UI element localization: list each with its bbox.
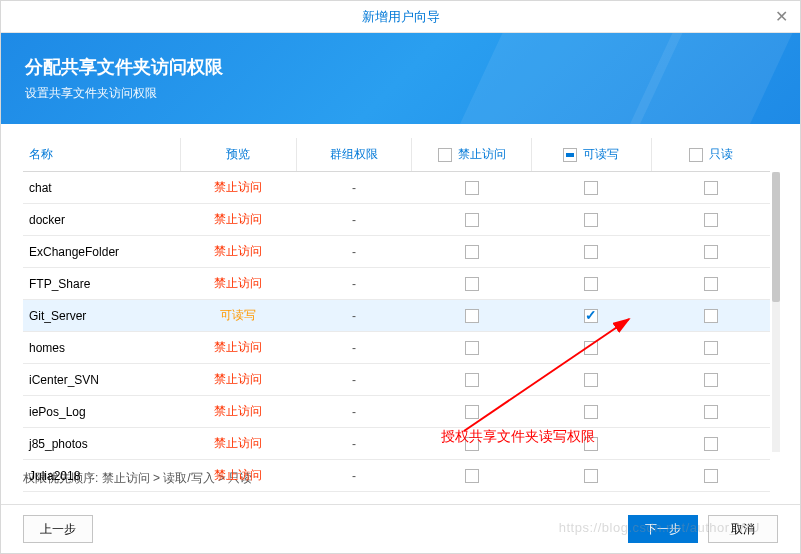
- col-rw-label: 可读写: [583, 147, 619, 161]
- ro-checkbox[interactable]: [704, 245, 718, 259]
- cell-name: j85_photos: [23, 428, 180, 460]
- rw-checkbox[interactable]: [584, 213, 598, 227]
- cell-preview: 可读写: [180, 300, 296, 332]
- ro-checkbox[interactable]: [704, 277, 718, 291]
- deny-checkbox[interactable]: [465, 309, 479, 323]
- cell-name: FTP_Share: [23, 268, 180, 300]
- deny-checkbox[interactable]: [465, 469, 479, 483]
- ro-checkbox[interactable]: [704, 341, 718, 355]
- title-bar: 新增用户向导 ✕: [1, 1, 800, 33]
- deny-checkbox[interactable]: [465, 405, 479, 419]
- title-text: 新增用户向导: [362, 8, 440, 26]
- cell-preview: 禁止访问: [180, 268, 296, 300]
- deny-checkbox[interactable]: [465, 245, 479, 259]
- rw-header-checkbox[interactable]: [563, 148, 577, 162]
- cell-group: -: [296, 236, 411, 268]
- table-row[interactable]: iePos_Log禁止访问-: [23, 396, 770, 428]
- deny-checkbox[interactable]: [465, 437, 479, 451]
- rw-checkbox[interactable]: [584, 405, 598, 419]
- wizard-modal: 新增用户向导 ✕ 分配共享文件夹访问权限 设置共享文件夹访问权限 名称 预览 群…: [0, 0, 801, 554]
- table-row[interactable]: ExChangeFolder禁止访问-: [23, 236, 770, 268]
- deny-checkbox[interactable]: [465, 341, 479, 355]
- rw-checkbox[interactable]: [584, 309, 598, 323]
- col-rw[interactable]: 可读写: [532, 138, 651, 172]
- col-ro-label: 只读: [709, 147, 733, 161]
- cancel-button[interactable]: 取消: [708, 515, 778, 543]
- banner-sub: 设置共享文件夹访问权限: [25, 85, 776, 102]
- deny-header-checkbox[interactable]: [438, 148, 452, 162]
- cell-name: iCenter_SVN: [23, 364, 180, 396]
- table-row[interactable]: chat禁止访问-: [23, 172, 770, 204]
- cell-name: iePos_Log: [23, 396, 180, 428]
- rw-checkbox[interactable]: [584, 181, 598, 195]
- cell-preview: 禁止访问: [180, 332, 296, 364]
- table-row[interactable]: homes禁止访问-: [23, 332, 770, 364]
- cell-name: ExChangeFolder: [23, 236, 180, 268]
- cell-preview: 禁止访问: [180, 428, 296, 460]
- ro-checkbox[interactable]: [704, 405, 718, 419]
- rw-checkbox[interactable]: [584, 373, 598, 387]
- scrollbar-thumb[interactable]: [772, 172, 780, 302]
- ro-checkbox[interactable]: [704, 181, 718, 195]
- cell-group: -: [296, 172, 411, 204]
- cell-group: -: [296, 268, 411, 300]
- banner-heading: 分配共享文件夹访问权限: [25, 55, 776, 79]
- cell-name: homes: [23, 332, 180, 364]
- cell-group: -: [296, 204, 411, 236]
- ro-checkbox[interactable]: [704, 373, 718, 387]
- rw-checkbox[interactable]: [584, 245, 598, 259]
- ro-checkbox[interactable]: [704, 469, 718, 483]
- table-row[interactable]: Julia2018禁止访问-: [23, 460, 770, 492]
- deny-checkbox[interactable]: [465, 277, 479, 291]
- cell-name: chat: [23, 172, 180, 204]
- rw-checkbox[interactable]: [584, 341, 598, 355]
- table-row[interactable]: iCenter_SVN禁止访问-: [23, 364, 770, 396]
- deny-checkbox[interactable]: [465, 373, 479, 387]
- ro-checkbox[interactable]: [704, 213, 718, 227]
- cell-name: Git_Server: [23, 300, 180, 332]
- cell-preview: 禁止访问: [180, 364, 296, 396]
- ro-checkbox[interactable]: [704, 309, 718, 323]
- col-name[interactable]: 名称: [23, 138, 180, 172]
- cell-group: -: [296, 396, 411, 428]
- col-deny-label: 禁止访问: [458, 147, 506, 161]
- cell-preview: 禁止访问: [180, 204, 296, 236]
- footer: 上一步 下一步 取消: [1, 504, 800, 553]
- banner: 分配共享文件夹访问权限 设置共享文件夹访问权限: [1, 33, 800, 124]
- next-button[interactable]: 下一步: [628, 515, 698, 543]
- col-ro[interactable]: 只读: [651, 138, 770, 172]
- cell-name: Julia2018: [23, 460, 180, 492]
- cell-group: -: [296, 300, 411, 332]
- cell-preview: 禁止访问: [180, 172, 296, 204]
- scrollbar-track[interactable]: [772, 172, 780, 452]
- cell-group: -: [296, 364, 411, 396]
- table-row[interactable]: Git_Server可读写-: [23, 300, 770, 332]
- rw-checkbox[interactable]: [584, 437, 598, 451]
- deny-checkbox[interactable]: [465, 181, 479, 195]
- ro-checkbox[interactable]: [704, 437, 718, 451]
- col-deny[interactable]: 禁止访问: [412, 138, 532, 172]
- col-preview[interactable]: 预览: [180, 138, 296, 172]
- cell-group: -: [296, 428, 411, 460]
- prev-button[interactable]: 上一步: [23, 515, 93, 543]
- table-row[interactable]: docker禁止访问-: [23, 204, 770, 236]
- ro-header-checkbox[interactable]: [689, 148, 703, 162]
- rw-checkbox[interactable]: [584, 277, 598, 291]
- col-group-perm[interactable]: 群组权限: [296, 138, 411, 172]
- permissions-table: 名称 预览 群组权限 禁止访问 可读写 只读 chat禁止访问-docker禁止…: [23, 138, 770, 492]
- cell-group: -: [296, 332, 411, 364]
- cell-preview: 禁止访问: [180, 236, 296, 268]
- cell-preview: 禁止访问: [180, 460, 296, 492]
- table-row[interactable]: j85_photos禁止访问-: [23, 428, 770, 460]
- close-icon[interactable]: ✕: [772, 7, 790, 25]
- deny-checkbox[interactable]: [465, 213, 479, 227]
- table-wrap: 名称 预览 群组权限 禁止访问 可读写 只读 chat禁止访问-docker禁止…: [23, 138, 770, 458]
- table-row[interactable]: FTP_Share禁止访问-: [23, 268, 770, 300]
- cell-group: -: [296, 460, 411, 492]
- cell-preview: 禁止访问: [180, 396, 296, 428]
- rw-checkbox[interactable]: [584, 469, 598, 483]
- cell-name: docker: [23, 204, 180, 236]
